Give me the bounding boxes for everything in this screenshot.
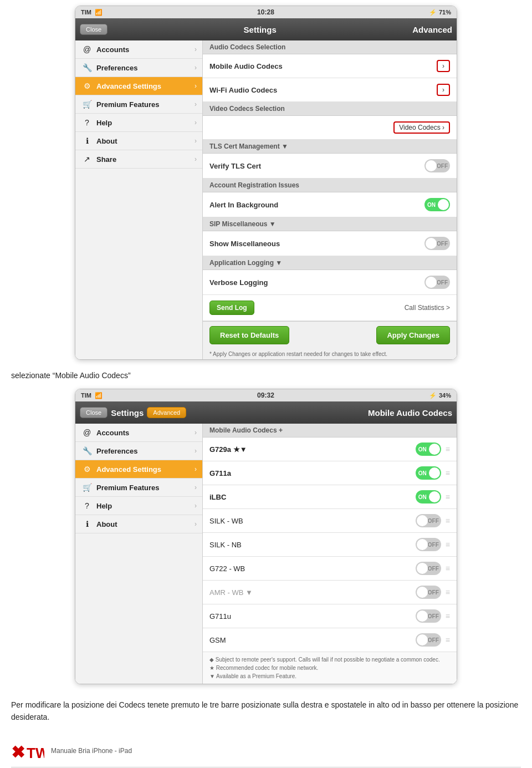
sidebar-item-accounts-2[interactable]: @ Accounts › [75,424,202,442]
row-misc-1: Show Miscellaneous OFF [203,231,457,256]
codec-row-silk-nb[interactable]: SILK - NB OFF ≡ [203,533,457,557]
drag-g729a[interactable]: ≡ [446,445,450,454]
cart-icon-1: 🛒 [81,100,93,109]
toggle-g711a[interactable]: ON [416,466,441,480]
video-codecs-btn-1[interactable]: Video Codecs › [393,121,450,134]
footnotes-area-2: ◆ Subject to remote peer's support. Call… [203,652,457,684]
codec-name-g711u: G711u [209,612,416,620]
sidebar-item-premium-1[interactable]: 🛒 Premium Features › [75,95,202,114]
chevron-premium-2: › [195,484,197,491]
sidebar-item-premium-2[interactable]: 🛒 Premium Features › [75,479,202,497]
left-panel-title-1: Settings [244,25,277,34]
battery-label-2: ⚡ [429,392,437,399]
sidebar-label-premium-1: Premium Features [96,100,195,109]
mobile-audio-chevron-1: › [437,60,450,72]
sidebar-item-preferences-1[interactable]: 🔧 Preferences › [75,59,202,77]
row-video-1[interactable]: Video Codecs › [203,116,457,140]
row-alert-1: Alert In Background ON [203,192,457,217]
knob-amr-wb [417,587,428,598]
toggle-ilbc[interactable]: ON [416,490,441,503]
sidebar-item-preferences-2[interactable]: 🔧 Preferences › [75,442,202,460]
section-header-accreg-1: Account Registration Issues [203,179,457,192]
call-stats-link-1[interactable]: Call Statistics > [405,304,450,312]
wifi-icon-1: 📶 [95,9,103,16]
sidebar-label-about-2: About [96,520,195,528]
codec-row-g711u[interactable]: G711u OFF ≡ [203,604,457,628]
alert-toggle-knob-1 [438,199,449,210]
knob-silk-nb [417,539,428,550]
row-sendlog-1: Send Log Call Statistics > [203,295,457,321]
sidebar-label-help-2: Help [96,502,195,510]
toggle-g711u[interactable]: OFF [416,609,441,623]
chevron-about-2: › [195,520,197,528]
reset-defaults-button-1[interactable]: Reset to Defaults [209,326,289,344]
cart-icon-2: 🛒 [81,483,93,492]
codec-row-ilbc[interactable]: iLBC ON ≡ [203,485,457,509]
drag-g711u[interactable]: ≡ [446,612,450,620]
codec-row-g711a[interactable]: G711a ON ≡ [203,461,457,485]
sidebar-item-accounts-1[interactable]: @ Accounts › [75,40,202,59]
info-icon-2: ℹ [81,520,93,528]
verbose-label-1: Verbose Logging [209,278,424,287]
time-label-2: 09:32 [257,391,274,399]
codec-name-silk-nb: SILK - NB [209,541,416,549]
verbose-toggle-1[interactable]: OFF [424,276,450,289]
mobile-audio-label-1: Mobile Audio Codecs [209,62,437,70]
sidebar-item-help-2[interactable]: ? Help › [75,497,202,515]
battery-percent-2: 34% [439,392,451,399]
knob-silk-wb [417,515,428,526]
sidebar-label-share-1: Share [96,155,195,164]
drag-ilbc[interactable]: ≡ [446,492,450,501]
alert-label-1: Alert In Background [209,201,424,209]
sidebar-item-help-1[interactable]: ? Help › [75,114,202,132]
toggle-amr-wb[interactable]: OFF [416,586,441,599]
toggle-g722-wb[interactable]: OFF [416,562,441,575]
codec-row-g729a[interactable]: G729a ★▼ ON ≡ [203,438,457,461]
sidebar-item-about-2[interactable]: ℹ About › [75,515,202,533]
sidebar-item-about-1[interactable]: ℹ About › [75,132,202,150]
send-log-button-1[interactable]: Send Log [209,301,254,315]
right-panel-title-2: Mobile Audio Codecs [368,408,452,418]
left-panel-title-2: Settings [111,408,144,418]
alert-toggle-1[interactable]: ON [424,198,450,211]
codec-row-silk-wb[interactable]: SILK - WB OFF ≡ [203,509,457,533]
sidebar-label-advanced-2: Advanced Settings [96,465,195,474]
sidebar-item-share-1[interactable]: ↗ Share › [75,150,202,169]
sidebar-item-advanced-2[interactable]: ⚙ Advanced Settings › [75,460,202,479]
misc-toggle-1[interactable]: OFF [424,237,450,250]
sidebar-1: @ Accounts › 🔧 Preferences › ⚙ Advanced … [75,40,203,359]
interstitial-text: selezionate “Mobile Audio Codecs” [0,365,532,383]
row-mobile-audio-1[interactable]: Mobile Audio Codecs › [203,54,457,78]
screenshot1: TIM 📶 10:28 ⚡ 71% Close Settings Advance… [75,6,457,360]
gear-icon-2: ⚙ [81,465,93,474]
at-icon-1: @ [81,45,93,54]
toggle-g729a[interactable]: ON [416,443,441,456]
right-panel-2: Mobile Audio Codecs + G729a ★▼ ON ≡ G711… [203,424,457,684]
drag-silk-wb[interactable]: ≡ [446,516,450,525]
advanced-back-button-2[interactable]: Advanced [147,407,186,418]
toggle-silk-nb[interactable]: OFF [416,538,441,551]
toggle-gsm[interactable]: OFF [416,633,441,647]
chevron-advanced-2: › [195,465,197,473]
codec-row-gsm[interactable]: GSM OFF ≡ [203,628,457,652]
drag-g722-wb[interactable]: ≡ [446,564,450,573]
sidebar-item-advanced-1[interactable]: ⚙ Advanced Settings › [75,77,202,95]
drag-gsm[interactable]: ≡ [446,635,450,644]
codec-row-amr-wb[interactable]: AMR - WB ▼ OFF ≡ [203,581,457,604]
tls-toggle-1[interactable]: OFF [424,159,450,172]
row-wifi-audio-1[interactable]: Wi-Fi Audio Codecs › [203,78,457,102]
drag-silk-nb[interactable]: ≡ [446,540,450,549]
status-bar-1: TIM 📶 10:28 ⚡ 71% [75,6,457,18]
knob-ilbc [429,491,440,502]
drag-g711a[interactable]: ≡ [446,469,450,477]
codec-row-g722-wb[interactable]: G722 - WB OFF ≡ [203,557,457,581]
wifi-audio-label-1: Wi-Fi Audio Codecs [209,86,437,94]
section-header-codecs-2: Mobile Audio Codecs + [203,424,457,438]
drag-amr-wb[interactable]: ≡ [446,588,450,597]
close-button-1[interactable]: Close [80,24,108,35]
close-button-2[interactable]: Close [80,407,108,418]
sidebar-label-accounts-1: Accounts [96,45,195,54]
apply-changes-button-1[interactable]: Apply Changes [376,326,450,344]
toggle-silk-wb[interactable]: OFF [416,514,441,527]
svg-text:✖: ✖ [11,743,25,761]
